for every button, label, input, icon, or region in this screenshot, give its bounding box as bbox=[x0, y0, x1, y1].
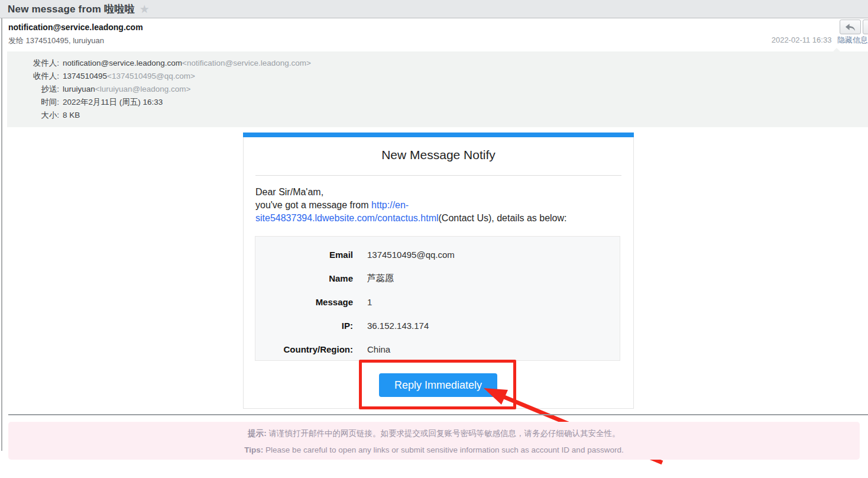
field-value: China bbox=[367, 344, 390, 354]
recipients-line: 发给 1374510495, luruiyuan bbox=[8, 35, 104, 46]
detail-row-cc: 抄送: luruiyuan<luruiyuan@leadong.com> bbox=[7, 83, 868, 96]
reply-more-dropdown-button[interactable]: ▼ bbox=[863, 20, 868, 34]
detail-label: 发件人: bbox=[7, 57, 59, 70]
detail-value: 8 KB bbox=[63, 109, 80, 122]
greeting-line: Dear Sir/Ma'am, bbox=[255, 186, 622, 199]
field-row-email: Email 1374510495@qq.com bbox=[255, 243, 620, 266]
sender-address: notification@service.leadong.com bbox=[8, 22, 143, 32]
mail-timestamp: 2022-02-11 16:33 bbox=[772, 35, 832, 44]
tips-line-zh: 提示: 请谨慎打开邮件中的网页链接。如要求提交或回复账号密码等敏感信息，请务必仔… bbox=[8, 428, 860, 439]
detail-value: 2022年2月11日 (周五) 16:33 bbox=[63, 96, 163, 109]
detail-value: 1374510495<1374510495@qq.com> bbox=[63, 70, 195, 83]
field-value: 36.152.143.174 bbox=[367, 321, 429, 331]
mail-subject: New message from 啦啦啦 bbox=[8, 2, 135, 16]
field-label: Message bbox=[255, 297, 353, 307]
detail-label: 大小: bbox=[7, 109, 59, 122]
notify-body-text: Dear Sir/Ma'am, you've got a message fro… bbox=[255, 186, 622, 225]
reply-immediately-button[interactable]: Reply Immediately bbox=[379, 373, 497, 397]
field-row-name: Name 芦蕊愿 bbox=[255, 266, 620, 290]
message-line: you've got a message from http://en-site… bbox=[255, 199, 622, 225]
hide-details-link[interactable]: 隐藏信息 bbox=[837, 35, 868, 44]
field-label: Name bbox=[255, 273, 353, 283]
detail-row-time: 时间: 2022年2月11日 (周五) 16:33 bbox=[7, 96, 868, 109]
detail-label: 时间: bbox=[7, 96, 59, 109]
security-tips-bar: 提示: 请谨慎打开邮件中的网页链接。如要求提交或回复账号密码等敏感信息，请务必仔… bbox=[8, 422, 860, 460]
star-flag-icon[interactable]: ★ bbox=[140, 2, 150, 16]
notify-title: New Message Notify bbox=[243, 148, 634, 162]
detail-value: luruiyuan<luruiyuan@leadong.com> bbox=[63, 83, 190, 96]
field-value: 芦蕊愿 bbox=[367, 273, 394, 284]
field-row-message: Message 1 bbox=[255, 290, 620, 314]
field-row-ip: IP: 36.152.143.174 bbox=[255, 314, 620, 337]
field-row-country: Country/Region: China bbox=[255, 337, 620, 361]
content-left-border bbox=[1, 18, 2, 451]
detail-row-from: 发件人: notification@service.leadong.com<no… bbox=[7, 57, 868, 70]
detail-row-to: 收件人: 1374510495<1374510495@qq.com> bbox=[7, 70, 868, 83]
mail-meta: 2022-02-11 16:33 隐藏信息 bbox=[591, 35, 868, 46]
tips-line-en: Tips: Please be careful to open any link… bbox=[8, 445, 860, 454]
detail-label: 抄送: bbox=[7, 83, 59, 96]
card-accent-bar bbox=[243, 133, 634, 137]
submission-fields-box: Email 1374510495@qq.com Name 芦蕊愿 Message… bbox=[255, 236, 620, 361]
detail-value: notification@service.leadong.com<notific… bbox=[63, 57, 311, 70]
detail-row-size: 大小: 8 KB bbox=[7, 109, 868, 122]
reply-button-toolbar[interactable] bbox=[840, 20, 861, 34]
field-value: 1 bbox=[367, 297, 372, 307]
mail-details-panel: 发件人: notification@service.leadong.com<no… bbox=[7, 51, 868, 127]
reply-arrow-icon bbox=[845, 23, 856, 31]
field-value: 1374510495@qq.com bbox=[367, 250, 455, 260]
field-label: IP: bbox=[255, 321, 353, 331]
footer-divider bbox=[8, 414, 868, 415]
detail-label: 收件人: bbox=[7, 70, 59, 83]
field-label: Email bbox=[255, 250, 353, 260]
title-divider bbox=[255, 175, 621, 176]
mail-subject-bar: New message from 啦啦啦 ★ bbox=[0, 0, 868, 18]
field-label: Country/Region: bbox=[255, 344, 353, 354]
